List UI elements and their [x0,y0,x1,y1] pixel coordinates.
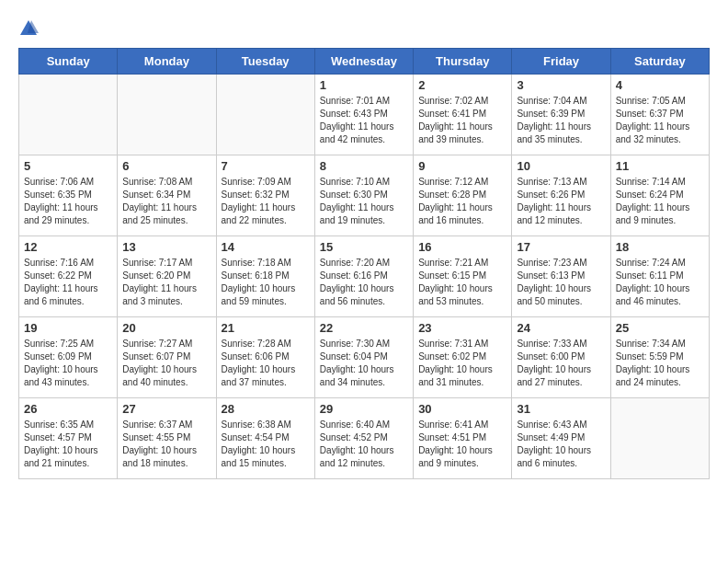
calendar-cell: 1Sunrise: 7:01 AM Sunset: 6:43 PM Daylig… [314,75,413,155]
day-info: Sunrise: 7:24 AM Sunset: 6:11 PM Dayligh… [616,257,704,308]
day-info: Sunrise: 7:28 AM Sunset: 6:06 PM Dayligh… [222,338,310,389]
day-header-sunday: Sunday [19,49,118,75]
day-info: Sunrise: 6:43 AM Sunset: 4:49 PM Dayligh… [517,419,605,470]
calendar-cell: 28Sunrise: 6:38 AM Sunset: 4:54 PM Dayli… [216,398,314,479]
calendar-cell: 10Sunrise: 7:13 AM Sunset: 6:26 PM Dayli… [512,155,610,236]
calendar-cell [216,75,314,155]
day-info: Sunrise: 7:10 AM Sunset: 6:30 PM Dayligh… [320,176,408,227]
calendar-cell: 19Sunrise: 7:25 AM Sunset: 6:09 PM Dayli… [19,317,118,398]
calendar-cell: 30Sunrise: 6:41 AM Sunset: 4:51 PM Dayli… [414,398,512,479]
day-number: 12 [24,240,112,254]
day-number: 11 [616,159,704,173]
day-number: 3 [517,78,605,92]
day-info: Sunrise: 6:41 AM Sunset: 4:51 PM Dayligh… [418,419,506,470]
day-info: Sunrise: 7:01 AM Sunset: 6:43 PM Dayligh… [320,95,408,146]
calendar-cell: 23Sunrise: 7:31 AM Sunset: 6:02 PM Dayli… [414,317,512,398]
calendar-cell: 2Sunrise: 7:02 AM Sunset: 6:41 PM Daylig… [414,75,512,155]
day-info: Sunrise: 7:06 AM Sunset: 6:35 PM Dayligh… [24,176,112,227]
calendar-cell [610,398,709,479]
day-number: 4 [616,78,704,92]
calendar-cell: 4Sunrise: 7:05 AM Sunset: 6:37 PM Daylig… [610,75,709,155]
day-number: 25 [616,321,704,335]
day-header-saturday: Saturday [610,49,709,75]
calendar-cell: 16Sunrise: 7:21 AM Sunset: 6:15 PM Dayli… [414,236,512,317]
day-number: 14 [222,240,310,254]
day-info: Sunrise: 6:38 AM Sunset: 4:54 PM Dayligh… [222,419,310,470]
calendar-cell: 31Sunrise: 6:43 AM Sunset: 4:49 PM Dayli… [512,398,610,479]
calendar-cell: 20Sunrise: 7:27 AM Sunset: 6:07 PM Dayli… [118,317,216,398]
calendar-cell: 6Sunrise: 7:08 AM Sunset: 6:34 PM Daylig… [118,155,216,236]
calendar-cell: 7Sunrise: 7:09 AM Sunset: 6:32 PM Daylig… [216,155,314,236]
day-number: 6 [122,159,210,173]
day-number: 29 [320,402,408,416]
day-info: Sunrise: 7:12 AM Sunset: 6:28 PM Dayligh… [418,176,506,227]
day-info: Sunrise: 7:17 AM Sunset: 6:20 PM Dayligh… [122,257,210,308]
day-number: 28 [222,402,310,416]
day-info: Sunrise: 7:08 AM Sunset: 6:34 PM Dayligh… [122,176,210,227]
day-info: Sunrise: 7:18 AM Sunset: 6:18 PM Dayligh… [222,257,310,308]
day-number: 1 [320,78,408,92]
calendar-cell: 25Sunrise: 7:34 AM Sunset: 5:59 PM Dayli… [610,317,709,398]
calendar-cell: 8Sunrise: 7:10 AM Sunset: 6:30 PM Daylig… [314,155,413,236]
day-number: 13 [122,240,210,254]
calendar-cell: 29Sunrise: 6:40 AM Sunset: 4:52 PM Dayli… [314,398,413,479]
day-header-thursday: Thursday [414,49,512,75]
day-info: Sunrise: 6:40 AM Sunset: 4:52 PM Dayligh… [320,419,408,470]
day-number: 5 [24,159,112,173]
day-number: 18 [616,240,704,254]
day-info: Sunrise: 7:05 AM Sunset: 6:37 PM Dayligh… [616,95,704,146]
day-number: 9 [418,159,506,173]
calendar-cell: 26Sunrise: 6:35 AM Sunset: 4:57 PM Dayli… [19,398,118,479]
day-number: 22 [320,321,408,335]
calendar-cell: 14Sunrise: 7:18 AM Sunset: 6:18 PM Dayli… [216,236,314,317]
day-number: 24 [517,321,605,335]
calendar-cell: 9Sunrise: 7:12 AM Sunset: 6:28 PM Daylig… [414,155,512,236]
day-info: Sunrise: 7:30 AM Sunset: 6:04 PM Dayligh… [320,338,408,389]
day-number: 8 [320,159,408,173]
calendar-cell: 17Sunrise: 7:23 AM Sunset: 6:13 PM Dayli… [512,236,610,317]
day-info: Sunrise: 6:35 AM Sunset: 4:57 PM Dayligh… [24,419,112,470]
day-header-tuesday: Tuesday [216,49,314,75]
day-info: Sunrise: 7:04 AM Sunset: 6:39 PM Dayligh… [517,95,605,146]
day-number: 17 [517,240,605,254]
day-number: 19 [24,321,112,335]
day-header-wednesday: Wednesday [314,49,413,75]
day-header-monday: Monday [118,49,216,75]
day-info: Sunrise: 7:20 AM Sunset: 6:16 PM Dayligh… [320,257,408,308]
day-info: Sunrise: 7:13 AM Sunset: 6:26 PM Dayligh… [517,176,605,227]
logo-icon [18,18,39,39]
day-number: 16 [418,240,506,254]
day-number: 27 [122,402,210,416]
day-number: 2 [418,78,506,92]
day-number: 30 [418,402,506,416]
day-info: Sunrise: 6:37 AM Sunset: 4:55 PM Dayligh… [122,419,210,470]
day-number: 7 [222,159,310,173]
day-number: 20 [122,321,210,335]
calendar-cell: 22Sunrise: 7:30 AM Sunset: 6:04 PM Dayli… [314,317,413,398]
day-number: 31 [517,402,605,416]
calendar-cell [118,75,216,155]
calendar-cell: 21Sunrise: 7:28 AM Sunset: 6:06 PM Dayli… [216,317,314,398]
calendar-cell: 3Sunrise: 7:04 AM Sunset: 6:39 PM Daylig… [512,75,610,155]
logo [18,18,42,39]
day-info: Sunrise: 7:27 AM Sunset: 6:07 PM Dayligh… [122,338,210,389]
calendar-table: SundayMondayTuesdayWednesdayThursdayFrid… [18,48,710,479]
day-info: Sunrise: 7:25 AM Sunset: 6:09 PM Dayligh… [24,338,112,389]
day-info: Sunrise: 7:21 AM Sunset: 6:15 PM Dayligh… [418,257,506,308]
day-header-friday: Friday [512,49,610,75]
day-info: Sunrise: 7:16 AM Sunset: 6:22 PM Dayligh… [24,257,112,308]
page-header [18,18,710,39]
calendar-cell: 27Sunrise: 6:37 AM Sunset: 4:55 PM Dayli… [118,398,216,479]
day-number: 23 [418,321,506,335]
day-number: 10 [517,159,605,173]
day-info: Sunrise: 7:23 AM Sunset: 6:13 PM Dayligh… [517,257,605,308]
calendar-cell: 18Sunrise: 7:24 AM Sunset: 6:11 PM Dayli… [610,236,709,317]
day-info: Sunrise: 7:02 AM Sunset: 6:41 PM Dayligh… [418,95,506,146]
calendar-cell: 11Sunrise: 7:14 AM Sunset: 6:24 PM Dayli… [610,155,709,236]
day-info: Sunrise: 7:09 AM Sunset: 6:32 PM Dayligh… [222,176,310,227]
day-info: Sunrise: 7:31 AM Sunset: 6:02 PM Dayligh… [418,338,506,389]
day-number: 15 [320,240,408,254]
calendar-cell [19,75,118,155]
calendar-cell: 5Sunrise: 7:06 AM Sunset: 6:35 PM Daylig… [19,155,118,236]
day-number: 21 [222,321,310,335]
